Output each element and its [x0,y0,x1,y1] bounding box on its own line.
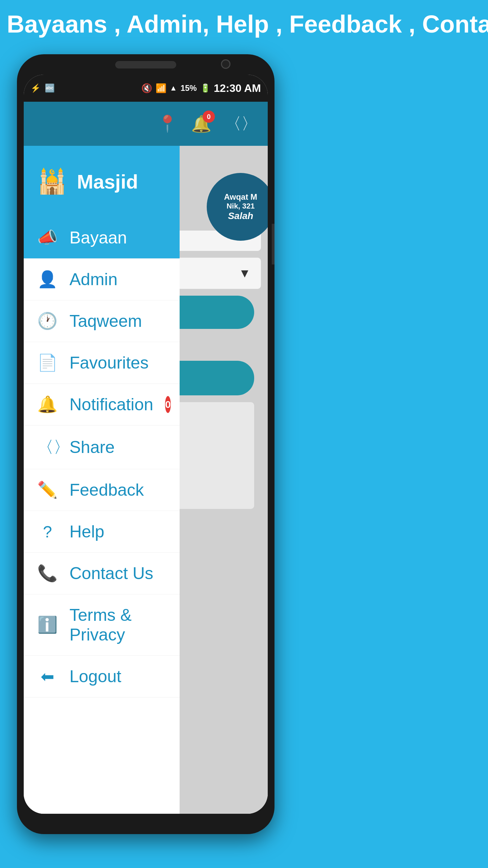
drawer-item-notification[interactable]: 🔔 Notification 0 [24,384,180,426]
taqweem-icon: 🕐 [37,312,58,331]
share-label: Share [69,437,115,457]
phone-speaker [115,61,176,68]
phone-frame: ⚡ 🔤 🔇 📶 ▲ 15% 🔋 12:30 AM 📍 🔔 0 〈〉 [17,54,274,834]
drawer-items-list: 📣 Bayaan 👤 Admin 🕐 Taqweem 📄 Favourites [24,217,180,697]
status-right-info: 🔇 📶 ▲ 15% 🔋 12:30 AM [141,82,261,95]
battery-icon: 🔋 [200,83,210,93]
drawer-header-mosque-icon: 🕌 [37,167,67,195]
bayaan-label: Bayaan [69,228,127,248]
drawer-item-share[interactable]: 〈〉 Share [24,426,180,469]
battery-percent: 15% [181,83,197,93]
notification-drawer-icon: 🔔 [37,395,58,414]
help-label: Help [69,522,104,541]
page-title: Bayaans , Admin, Help , Feedback , Conta… [7,10,488,38]
logout-label: Logout [69,667,121,686]
drawer-item-help[interactable]: ? Help [24,511,180,553]
phone-side-button [272,224,274,264]
taqweem-label: Taqweem [69,311,142,331]
drawer-header: 🕌 Masjid [24,146,180,217]
signal-icon: ▲ [170,84,177,93]
feedback-icon: ✏️ [37,480,58,499]
contact-us-icon: 📞 [37,564,58,583]
drawer-item-contact-us[interactable]: 📞 Contact Us [24,553,180,594]
favourites-icon: 📄 [37,353,58,372]
share-icon[interactable]: 〈〉 [225,113,258,135]
translate-icon: 🔤 [45,83,55,93]
drawer-item-logout[interactable]: ⬅ Logout [24,656,180,697]
logout-icon: ⬅ [37,667,58,686]
app-header: 📍 🔔 0 〈〉 [24,102,268,146]
bayaan-icon: 📣 [37,228,58,247]
usb-icon: ⚡ [30,83,41,93]
dropdown-arrow-icon: ▼ [239,266,251,280]
terms-privacy-label: Terms & Privacy [69,605,166,645]
navigation-drawer: 🕌 Masjid 📣 Bayaan 👤 Admin 🕐 [24,146,180,814]
status-bar: ⚡ 🔤 🔇 📶 ▲ 15% 🔋 12:30 AM [24,75,268,102]
drawer-header-title: Masjid [77,170,138,193]
admin-label: Admin [69,270,118,289]
drawer-item-feedback[interactable]: ✏️ Feedback [24,469,180,511]
share-drawer-icon: 〈〉 [37,436,58,458]
admin-icon: 👤 [37,270,58,289]
drawer-item-favourites[interactable]: 📄 Favourites [24,342,180,384]
notification-badge: 0 [203,111,215,123]
favourites-label: Favourites [69,353,148,373]
phone-camera [221,59,230,69]
status-left-icons: ⚡ 🔤 [30,83,55,93]
status-time: 12:30 AM [214,82,261,95]
mute-icon: 🔇 [141,83,152,94]
drawer-item-taqweem[interactable]: 🕐 Taqweem [24,300,180,342]
feedback-label: Feedback [69,480,144,500]
phone-screen: ⚡ 🔤 🔇 📶 ▲ 15% 🔋 12:30 AM 📍 🔔 0 〈〉 [24,75,268,814]
drawer-item-terms-privacy[interactable]: ℹ️ Terms & Privacy [24,594,180,656]
notification-icon[interactable]: 🔔 0 [191,114,211,134]
drawer-item-bayaan[interactable]: 📣 Bayaan [24,217,180,259]
notification-drawer-badge: 0 [165,396,171,413]
drawer-item-admin[interactable]: 👤 Admin [24,259,180,300]
notification-label: Notification [69,395,153,414]
main-content: Awqat M Nik, 321 Salah ▼ CH locatio [24,146,268,814]
wifi-icon: 📶 [156,83,166,94]
contact-us-label: Contact Us [69,564,153,583]
location-icon[interactable]: 📍 [157,114,178,133]
terms-privacy-icon: ℹ️ [37,615,58,634]
help-icon: ? [37,522,58,541]
